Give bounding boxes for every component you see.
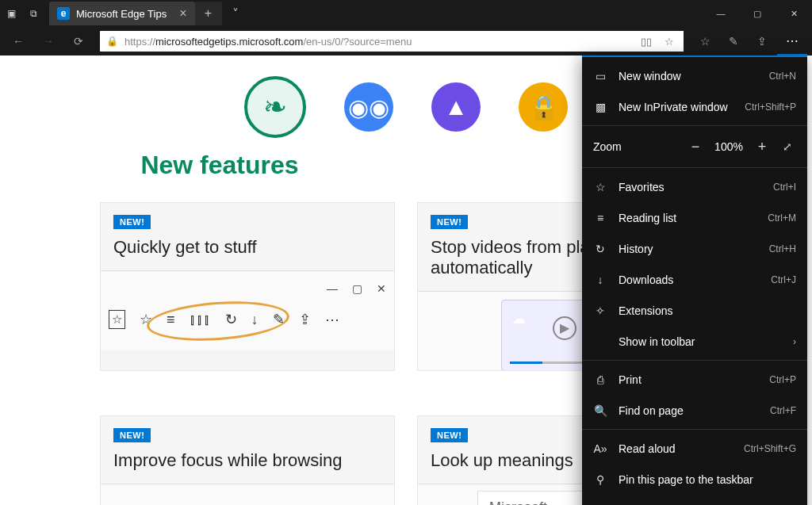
menu-show-toolbar[interactable]: Show in toolbar › [582,326,807,357]
card-quickly-get-to-stuff[interactable]: NEW! Quickly get to stuff — ▢ ✕ ☆ ☆ ≡ ⫿⫿… [100,202,395,371]
refresh-button[interactable]: ⟳ [65,28,92,55]
menu-shortcut: Ctrl+I [773,182,796,193]
zoom-out-button[interactable]: − [685,139,706,155]
url-host: microsoftedgetips.microsoft.com [155,36,303,48]
menu-label: Downloads [619,274,760,286]
menu-label: Extensions [619,304,796,317]
new-badge: NEW! [113,215,151,229]
reading-view-icon[interactable]: ▯▯ [638,36,655,48]
menu-shortcut: Ctrl+F [770,405,796,416]
menu-separator [582,360,807,361]
minimize-button[interactable]: — [703,0,739,27]
zoom-in-button[interactable]: + [752,139,772,155]
card-title: Quickly get to stuff [113,237,381,258]
menu-shortcut: Ctrl+J [771,274,796,285]
menu-label: Pin this page to the taskbar [619,473,796,486]
url-scheme: https:// [124,36,155,48]
menu-shortcut: Ctrl+N [769,71,796,82]
leaf-icon[interactable]: ❧ [244,76,306,138]
new-badge: NEW! [431,428,468,442]
new-tab-button[interactable]: + [195,2,222,25]
favorite-star-icon[interactable]: ☆ [661,36,677,48]
star-icon: ☆ [593,181,607,193]
window-icon: ▭ [593,70,607,82]
browser-tab[interactable]: e Microsoft Edge Tips × [49,2,195,25]
window-titlebar: ▣ ⧉ e Microsoft Edge Tips × + ˅ — ▢ ✕ [0,0,812,27]
menu-shortcut: Ctrl+Shift+P [745,101,796,113]
tab-chevron-icon[interactable]: ˅ [222,2,249,25]
nav-right-icons: ☆ ✎ ⇪ ⋯ [691,27,807,55]
menu-label: Print [619,373,758,386]
star-boxed-icon: ☆ [109,310,125,329]
tab-title: Microsoft Edge Tips [76,8,167,20]
menu-label: Find on page [619,404,759,417]
menu-label: Reading list [619,212,756,224]
max-icon: ▢ [352,282,362,295]
menu-label: Show in toolbar [619,335,782,348]
menu-history[interactable]: ↻ History Ctrl+H [582,233,807,264]
menu-read-aloud[interactable]: A» Read aloud Ctrl+Shift+G [582,433,807,464]
window-controls: — ▢ ✕ [703,0,812,27]
url-path: /en-us/0/?source=menu [303,36,412,48]
menu-label: History [619,243,758,255]
set-aside-icon[interactable]: ⧉ [22,0,44,27]
settings-menu: ▭ New window Ctrl+N ▩ New InPrivate wind… [582,55,807,505]
menu-shortcut: Ctrl+M [768,212,796,224]
new-badge: NEW! [431,215,468,229]
menu-extensions[interactable]: ✧ Extensions [582,295,807,326]
card-title: Improve focus while browsing [113,450,381,471]
dots-icon: ⋯ [325,311,339,328]
close-window-button[interactable]: ✕ [776,0,812,27]
menu-more-tools[interactable]: More tools › [582,495,807,505]
menu-inprivate[interactable]: ▩ New InPrivate window Ctrl+Shift+P [582,91,807,122]
address-bar[interactable]: 🔒 https://microsoftedgetips.microsoft.co… [100,31,684,52]
navigation-bar: ← → ⟳ 🔒 https://microsoftedgetips.micros… [0,27,812,55]
menu-label: Favorites [619,181,762,193]
download-icon: ↓ [593,274,607,286]
menu-separator [582,429,807,430]
maximize-button[interactable]: ▢ [739,0,776,27]
menu-separator [582,125,807,126]
tab-pane-icon[interactable]: ▣ [0,0,22,27]
menu-find[interactable]: 🔍 Find on page Ctrl+F [582,395,807,426]
notes-icon[interactable]: ✎ [720,28,747,55]
edge-logo-icon: e [57,7,70,20]
pin-icon: ⚲ [593,473,607,486]
hero-icons-row: ❧ ◉◉ ▲ 🔒 [244,76,568,138]
menu-label: Read aloud [619,442,733,455]
chevron-right-icon: › [793,336,796,347]
menu-downloads[interactable]: ↓ Downloads Ctrl+J [582,264,807,295]
inprivate-icon: ▩ [593,101,607,113]
menu-pin[interactable]: ⚲ Pin this page to the taskbar [582,464,807,495]
menu-separator [582,167,807,168]
lock-icon: 🔒 [106,36,118,47]
highlight-ring [146,297,291,345]
robot-icon[interactable]: ◉◉ [344,82,393,132]
history-icon: ↻ [593,243,607,255]
search-icon: 🔍 [593,404,607,417]
card-improve-focus[interactable]: NEW! Improve focus while browsing [100,415,395,505]
zoom-label: Zoom [593,140,679,153]
share-icon[interactable]: ⇪ [749,28,776,55]
print-icon: ⎙ [593,373,607,386]
clip-icon[interactable]: ▲ [431,82,481,132]
favorites-hub-icon[interactable]: ☆ [691,28,718,55]
menu-reading-list[interactable]: ≡ Reading list Ctrl+M [582,202,807,233]
menu-new-window[interactable]: ▭ New window Ctrl+N [582,60,807,91]
back-button[interactable]: ← [5,28,32,55]
lock-circle-icon[interactable]: 🔒 [519,82,568,132]
menu-favorites[interactable]: ☆ Favorites Ctrl+I [582,171,807,202]
zoom-value: 100% [712,140,745,153]
fullscreen-icon[interactable]: ⤢ [779,140,796,153]
menu-label: New window [619,70,758,82]
close-tab-icon[interactable]: × [179,6,186,21]
play-icon: ▶ [553,316,576,340]
menu-print[interactable]: ⎙ Print Ctrl+P [582,364,807,395]
menu-zoom-row: Zoom − 100% + ⤢ [582,129,807,164]
read-aloud-icon: A» [593,442,607,455]
menu-shortcut: Ctrl+P [769,374,796,385]
menu-shortcut: Ctrl+Shift+G [744,443,796,454]
more-menu-button[interactable]: ⋯ [777,27,807,55]
cloud-icon: ☁ [511,310,526,327]
titlebar-left: ▣ ⧉ e Microsoft Edge Tips × + ˅ [0,0,249,27]
